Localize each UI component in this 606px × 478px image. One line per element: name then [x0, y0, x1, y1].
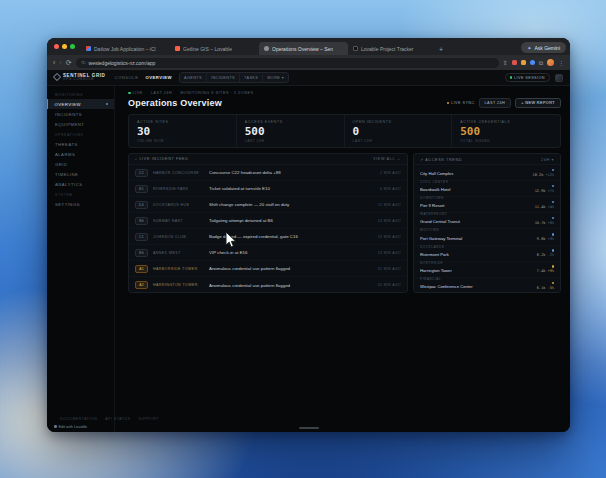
live-dot-icon — [128, 92, 131, 95]
severity-badge: B6 — [135, 217, 148, 225]
feed-site: JOHNSON CLUB — [153, 235, 209, 239]
feed-time: 11 MIN AGO — [378, 203, 401, 207]
address-bar[interactable]: ⓘ westedgelogistics-nz.com/app — [76, 58, 499, 68]
nav-console[interactable]: CONSOLE — [114, 75, 138, 80]
site-name: Pier 9 Resort — [420, 203, 444, 208]
toolbar-icons: ⇪ ⧉ ⋮ — [503, 59, 564, 66]
tab-lovable-tracker[interactable]: Lovable Project Tracker — [348, 42, 437, 55]
app-header: SENTINEL GRID OPS CONSOLE CONSOLE OVERVI… — [47, 70, 570, 86]
sidebar-item-equipment[interactable]: EQUIPMENT — [47, 119, 114, 129]
new-report-button[interactable]: + NEW REPORT — [515, 98, 561, 108]
logo-subtitle: OPS CONSOLE — [63, 78, 105, 82]
sidebar-item-incidents[interactable]: INCIDENTS — [47, 109, 114, 119]
footer-link-support[interactable]: SUPPORT — [139, 417, 160, 421]
status-dot-icon — [552, 249, 555, 252]
live-sync-label: LIVE SYNC — [447, 101, 475, 105]
site-name: Westpac Conference Center — [420, 284, 473, 289]
view-all-link[interactable]: VIEW ALL → — [373, 157, 401, 161]
trend-row[interactable]: Westpac Conference CenterLAKEFRONT 6.1k-… — [414, 278, 560, 293]
extension-icon-red[interactable] — [512, 60, 517, 65]
status-dot-icon — [552, 265, 555, 268]
site-value: 11.4k — [535, 205, 546, 209]
site-delta: +12% — [545, 173, 554, 177]
extension-icon-amber[interactable] — [521, 60, 526, 65]
sidebar-item-threats[interactable]: THREATS — [47, 139, 114, 149]
feed-row[interactable]: C2 HARBOR CONCOURSE Concourse C22 headco… — [129, 165, 407, 181]
footer-link-api[interactable]: API STATUS — [105, 417, 130, 421]
tab-title: Lovable Project Tracker — [361, 46, 414, 52]
site-value: 18.2k — [533, 173, 544, 177]
scope-status: MONITORING 8 SITES · 3 ZONES — [180, 91, 253, 95]
site-value: 10.7k — [535, 221, 546, 225]
bottom-resize-handle[interactable] — [299, 427, 319, 429]
feed-row[interactable]: E1 RIVERSIDE PARK Ticket validated at tu… — [129, 181, 407, 197]
kpi-sub: ONLINE NOW — [137, 139, 228, 143]
severity-badge: C1 — [135, 233, 148, 241]
sidebar-item-alarms[interactable]: ALARMS — [47, 149, 114, 159]
title-row: Operations Overview LIVE SYNC LAST 24H +… — [128, 98, 561, 108]
segment-more-dropdown[interactable]: MORE ▾ — [263, 73, 288, 82]
minimize-window-button[interactable] — [62, 44, 67, 49]
new-tab-button[interactable]: + — [439, 46, 443, 53]
segment-incidents[interactable]: INCIDENTS — [207, 74, 240, 82]
sidebar-item-label: OVERVIEW — [55, 102, 82, 107]
footer-link-docs[interactable]: DOCUMENTATION — [60, 417, 97, 421]
feed-row[interactable]: D4 DOCKYARDS HUB Shift change complete —… — [129, 197, 407, 213]
live-session-label: LIVE SESSION — [514, 76, 545, 80]
extension-icon-blue[interactable] — [530, 60, 535, 65]
edit-with-lovable-badge[interactable]: Edit with Lovable — [54, 425, 87, 429]
extensions-puzzle-icon[interactable]: ⧉ — [539, 60, 543, 66]
tab-job-application[interactable]: Datlow Job Application – iCl — [81, 42, 170, 55]
browser-window: Datlow Job Application – iCl Getline GIS… — [47, 38, 570, 432]
feed-row[interactable]: B6 SUBWAY EAST Tailgating attempt detain… — [129, 213, 407, 229]
feed-row[interactable]: C1 JOHNSON CLUB Badge denied — expired c… — [129, 229, 407, 245]
site-name: Boardwalk Hotel — [420, 187, 451, 192]
kpi-label: OPEN INCIDENTS — [353, 120, 444, 124]
page-title: Operations Overview — [128, 98, 222, 108]
logo-diamond-icon — [53, 73, 61, 81]
close-window-button[interactable] — [54, 44, 59, 49]
operations-app: SENTINEL GRID OPS CONSOLE CONSOLE OVERVI… — [47, 70, 570, 432]
feed-row-flagged[interactable]: A2 HARRINGTON TOWER Anomalous credential… — [129, 277, 407, 293]
sidebar-item-overview[interactable]: OVERVIEW — [47, 99, 114, 109]
feed-message: Shift change complete — 20 staff on duty — [209, 202, 374, 207]
site-info-icon[interactable]: ⓘ — [82, 60, 86, 65]
tab-operations-overview-active[interactable]: Operations Overview – Sen — [259, 42, 348, 55]
sidebar-item-grid[interactable]: GRID — [47, 159, 114, 169]
menu-icon[interactable]: ⋮ — [558, 60, 564, 66]
app-logo[interactable]: SENTINEL GRID OPS CONSOLE — [54, 73, 105, 82]
browser-profile-avatar[interactable] — [547, 59, 554, 66]
zoom-window-button[interactable] — [70, 44, 75, 49]
ask-gemini-chip[interactable]: ✦ Ask Gemini — [521, 42, 566, 53]
sidebar-item-settings[interactable]: SETTINGS — [47, 199, 114, 209]
trend-range-dropdown[interactable]: 24H ▾ — [541, 157, 554, 162]
feed-row-flagged[interactable]: A1 HARBORSIDE TOWER Anomalous credential… — [129, 261, 407, 277]
tab-getline-gis[interactable]: Getline GIS – Lovable — [170, 42, 259, 55]
site-value: 6.1k — [537, 286, 546, 290]
sidebar-item-label: INCIDENTS — [55, 112, 82, 117]
feed-row[interactable]: E6 ANNEX WEST VIP check-in at E16 23 MIN… — [129, 245, 407, 261]
feed-message: Tailgating attempt detained at B6 — [209, 218, 374, 223]
share-icon[interactable]: ⇪ — [503, 60, 508, 66]
status-dot-icon — [552, 217, 555, 220]
browser-toolbar: ‹ › ⟳ ⓘ westedgelogistics-nz.com/app ⇪ ⧉… — [47, 55, 570, 70]
live-session-pill[interactable]: LIVE SESSION — [505, 73, 550, 82]
feed-message: VIP check-in at E16 — [209, 250, 374, 255]
segment-tasks[interactable]: TASKS — [240, 74, 263, 82]
reload-icon[interactable]: ⟳ — [66, 59, 72, 66]
feed-time: 23 MIN AGO — [378, 251, 401, 255]
tab-favicon — [353, 46, 358, 51]
nav-overview[interactable]: OVERVIEW — [145, 75, 172, 80]
user-avatar[interactable] — [555, 74, 563, 82]
app-footer-links: DOCUMENTATION API STATUS SUPPORT — [60, 417, 159, 421]
sync-dot-icon — [447, 102, 450, 105]
segment-agents[interactable]: AGENTS — [180, 74, 207, 82]
forward-icon[interactable]: › — [59, 59, 61, 66]
sidebar-item-timeline[interactable]: TIMELINE — [47, 169, 114, 179]
sidebar-item-analytics[interactable]: ANALYTICS — [47, 179, 114, 189]
feed-time: 6 MIN AGO — [380, 187, 401, 191]
feed-header: ⌕ LIVE INCIDENT FEED VIEW ALL → — [129, 154, 407, 165]
sidebar-section-system: SYSTEM — [47, 189, 114, 199]
range-button[interactable]: LAST 24H — [479, 98, 512, 108]
back-icon[interactable]: ‹ — [53, 59, 55, 66]
